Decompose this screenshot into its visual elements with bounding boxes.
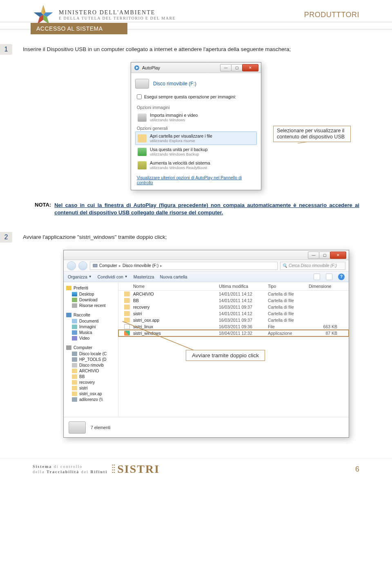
nota-label: NOTA: (35, 202, 51, 216)
footer-l2a: della (33, 470, 47, 474)
autoplay-title: AutoPlay (142, 65, 160, 70)
close-button[interactable]: ✕ (242, 64, 258, 71)
search-placeholder: Cerca Disco rimovibile (F:) (289, 263, 337, 268)
sidebar-head-computer[interactable]: Computer (66, 344, 118, 351)
sidebar-item-recovery[interactable]: recovery (66, 379, 118, 385)
toolbar-burn[interactable]: Masterizza (134, 274, 154, 279)
usb-icon (72, 363, 77, 367)
sidebar-item-images[interactable]: Immagini (66, 324, 118, 329)
callout-1-connector (249, 147, 273, 148)
maximize-button[interactable]: ▢ (231, 64, 243, 71)
explorer-minimize-button[interactable]: — (308, 252, 319, 259)
file-name: recovery (133, 305, 219, 309)
ministry-logo-block: MINISTERO DELL'AMBIENTE E DELLA TUTELA D… (33, 4, 176, 25)
file-date: 14/01/2011 14:12 (219, 311, 268, 316)
sidebar-item-local-c[interactable]: Disco locale (C (66, 351, 118, 356)
step-2-number: 2 (0, 232, 12, 243)
footer-l2d: Rifiuti (90, 470, 107, 474)
always-do-label: Esegui sempre questa operazione per imma… (144, 94, 236, 99)
file-row-recovery[interactable]: recovery16/03/2011 09:37Cartella di file (118, 304, 349, 310)
hdd-icon (72, 357, 77, 362)
explorer-column-headers: Nome Ultima modifica Tipo Dimensione (118, 282, 349, 291)
autoplay-figure: AutoPlay — ▢ ✕ Disco rimovibile (F:) Ese… (0, 62, 392, 190)
help-icon[interactable]: ? (338, 274, 345, 280)
explorer-close-button[interactable]: ✕ (330, 252, 346, 259)
option-readyboost[interactable]: Aumenta la velocità del sistema utilizza… (135, 158, 257, 172)
col-type[interactable]: Tipo (268, 284, 309, 289)
col-date[interactable]: Ultima modifica (219, 284, 268, 289)
toolbar-newfolder[interactable]: Nuova cartella (160, 274, 187, 279)
nav-forward-button[interactable] (78, 261, 87, 270)
sidebar-computer: Computer Disco locale (C HP_TOOLS (D Dis… (66, 344, 118, 402)
col-name[interactable]: Nome (133, 284, 219, 289)
sidebar-item-network[interactable]: adilorenzo (\\ (66, 396, 118, 402)
search-icon: 🔍 (282, 263, 287, 268)
sidebar-item-hptools[interactable]: HP_TOOLS (D (66, 356, 118, 362)
sidebar-head-libraries[interactable]: Raccolte (66, 312, 118, 318)
footer-l1a: Sistema (33, 464, 52, 469)
folder-icon (138, 134, 147, 142)
file-name: sistri (133, 311, 219, 316)
ministry-name: MINISTERO DELL'AMBIENTE E DELLA TUTELA D… (59, 9, 176, 20)
always-do-checkbox[interactable] (137, 94, 142, 99)
view-icon[interactable] (314, 274, 320, 280)
sidebar-item-documents[interactable]: Documenti (66, 318, 118, 324)
col-size[interactable]: Dimensione (309, 284, 341, 289)
sidebar-item-recent[interactable]: Risorse recent (66, 303, 118, 308)
sidebar-item-archivio[interactable]: ARCHIVIO (66, 368, 118, 374)
autoplay-drive-row: Disco rimovibile (F:) (135, 76, 257, 93)
status-drive-icon (69, 421, 86, 434)
autoplay-titlebar: AutoPlay — ▢ ✕ (131, 62, 261, 73)
toolbar-share[interactable]: Condividi con▼ (98, 274, 128, 279)
explorer-maximize-button[interactable]: ▢ (319, 252, 330, 259)
sidebar-head-favorites[interactable]: Preferiti (66, 285, 118, 291)
preview-pane-icon[interactable] (326, 274, 332, 280)
always-do-checkbox-row[interactable]: Esegui sempre questa operazione per imma… (135, 93, 257, 103)
folder-icon (72, 380, 77, 385)
breadcrumb[interactable]: Computer ▸ Disco rimovibile (F:) ▸ (90, 262, 278, 270)
explorer-titlebar: — ▢ ✕ (64, 250, 349, 260)
file-type: Applicazione (268, 331, 309, 336)
sidebar-item-bb[interactable]: BB (66, 374, 118, 379)
chevron-right-icon: ▸ (119, 263, 121, 268)
search-input[interactable]: 🔍 Cerca Disco rimovibile (F:) (280, 262, 345, 270)
svg-point-17 (114, 470, 115, 471)
sidebar-item-music[interactable]: Musica (66, 329, 118, 335)
file-row-BB[interactable]: BB14/01/2011 14:12Cartella di file (118, 297, 349, 304)
folder-icon (124, 305, 130, 309)
callout-2-connector (139, 323, 220, 372)
file-date: 16/03/2011 09:36 (219, 324, 268, 329)
footer-l1b: di controllo (52, 464, 82, 469)
option-import-images[interactable]: Importa immagini e video utilizzando Win… (135, 111, 257, 124)
nav-back-button[interactable] (67, 261, 76, 270)
toolbar-organize[interactable]: Organizza▼ (68, 274, 92, 279)
chevron-right-icon: ▸ (160, 263, 162, 268)
sidebar-item-usb[interactable]: Disco rimovib (66, 362, 118, 368)
option-backup-sub: utilizzando Windows Backup (150, 152, 207, 156)
sidebar-item-desktop[interactable]: Desktop (66, 291, 118, 297)
sidebar-item-osx[interactable]: sistri_osx.ap (66, 391, 118, 396)
option-open-folder[interactable]: Apri cartella per visualizzare i file ut… (135, 131, 257, 145)
sidebar-item-download[interactable]: Download (66, 297, 118, 303)
backup-icon (138, 148, 147, 156)
bc-0: Computer (99, 263, 117, 268)
file-row-sistri_osx.app[interactable]: sistri_osx.app16/03/2011 09:37Cartella d… (118, 317, 349, 323)
minimize-button[interactable]: — (220, 64, 232, 71)
folder-icon (72, 369, 77, 373)
svg-point-12 (112, 465, 114, 466)
more-options-link[interactable]: Visualizzare ulteriori opzioni di AutoPl… (135, 172, 257, 186)
callout-2: Avviare tramite doppio click (186, 350, 265, 361)
file-row-ARCHIVIO[interactable]: ARCHIVIO14/01/2011 14:12Cartella di file (118, 291, 349, 297)
sistri-logo-text: SISTRI (117, 463, 160, 476)
folder-icon (72, 374, 77, 379)
step-1-text: Inserire il Dispositivo USB in un comput… (12, 44, 392, 53)
hdd-icon (72, 352, 77, 356)
sidebar-item-sistri[interactable]: sistri (66, 385, 118, 391)
explorer-figure: — ▢ ✕ Computer ▸ Disco rimovibile (F:) ▸… (0, 250, 392, 438)
desktop-icon (72, 292, 77, 296)
sidebar-item-video[interactable]: Video (66, 335, 118, 341)
option-backup[interactable]: Usa questa unità per il backup utilizzan… (135, 145, 257, 158)
libraries-icon (66, 313, 71, 317)
file-row-sistri[interactable]: sistri14/01/2011 14:12Cartella di file (118, 310, 349, 317)
ministry-line-1: MINISTERO DELL'AMBIENTE (59, 9, 176, 16)
